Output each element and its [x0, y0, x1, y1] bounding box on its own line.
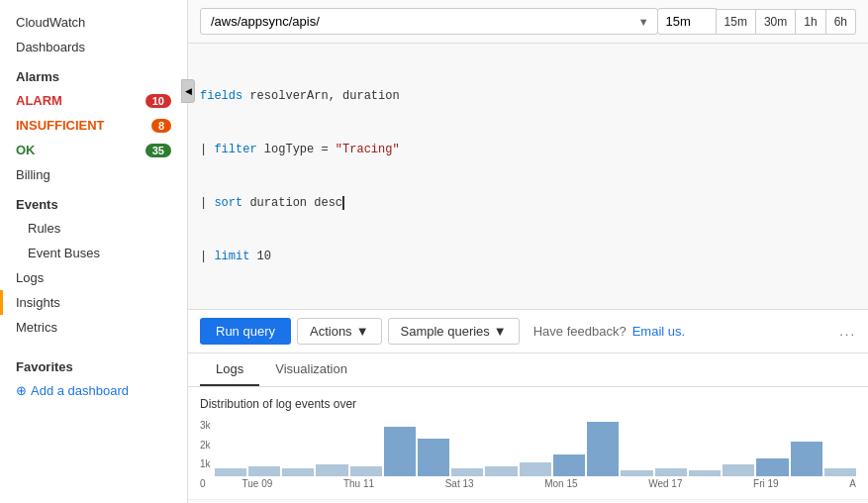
- bar-13: [621, 470, 652, 476]
- alarm-insufficient-label: INSUFFICIENT: [16, 118, 105, 133]
- cursor: [342, 196, 344, 210]
- time-6h-button[interactable]: 6h: [826, 9, 856, 35]
- time-30m-button[interactable]: 30m: [756, 9, 796, 35]
- bar-12: [587, 422, 619, 476]
- tab-visualization[interactable]: Visualization: [259, 353, 363, 386]
- dropdown-arrow-icon: ▼: [638, 16, 649, 28]
- time-range-select[interactable]: 15m 30m 1h 6h: [657, 8, 717, 35]
- chart-section: Distribution of log events over 3k 2k 1k…: [188, 387, 868, 500]
- alarm-ok-label: OK: [16, 143, 36, 157]
- bar-3: [282, 468, 314, 476]
- metrics-label: Metrics: [16, 320, 57, 335]
- bar-15: [689, 470, 721, 476]
- sidebar-item-ok[interactable]: OK 35: [0, 138, 187, 162]
- query-line-1: fields resolverArn, duration: [200, 87, 856, 105]
- chart-bars: [215, 417, 856, 476]
- query-line-2: | filter logType = "Tracing": [200, 141, 856, 158]
- alarm-ok-badge: 35: [145, 144, 171, 157]
- sidebar-item-metrics[interactable]: Metrics: [0, 315, 187, 340]
- plus-icon: ⊕: [16, 383, 27, 398]
- sidebar-item-billing[interactable]: Billing: [0, 162, 187, 187]
- bar-5: [350, 466, 382, 476]
- more-options-icon[interactable]: ...: [839, 324, 856, 339]
- time-1h-button[interactable]: 1h: [796, 9, 825, 35]
- log-group-input[interactable]: [200, 8, 658, 35]
- query-line-4: | limit 10: [200, 248, 856, 265]
- bar-16: [723, 464, 754, 476]
- tab-logs[interactable]: Logs: [200, 353, 259, 386]
- sidebar-item-alarm[interactable]: ALARM 10: [0, 88, 187, 113]
- main-content: ▼ 15m 30m 1h 6h 15m 30m 1h 6h fields res…: [188, 0, 868, 503]
- sample-queries-button[interactable]: Sample queries ▼: [388, 318, 520, 345]
- chart-x-axis: Tue 09 Thu 11 Sat 13 Mon 15 Wed 17 Fri 1…: [215, 478, 856, 489]
- sidebar-item-insufficient[interactable]: INSUFFICIENT 8: [0, 113, 187, 138]
- toolbar: Run query Actions ▼ Sample queries ▼ Hav…: [188, 310, 868, 353]
- content-area: Distribution of log events over 3k 2k 1k…: [188, 387, 868, 503]
- alarms-section: Alarms: [0, 59, 187, 88]
- query-line-3: | sort duration desc: [200, 194, 856, 212]
- dashboards-label: Dashboards: [16, 40, 85, 54]
- run-query-button[interactable]: Run query: [200, 318, 291, 345]
- header-bar: ▼ 15m 30m 1h 6h 15m 30m 1h 6h: [188, 0, 868, 44]
- favorites-section: Favorites ⊕ Add a dashboard: [0, 350, 187, 403]
- bar-7: [418, 439, 449, 476]
- insights-label: Insights: [16, 295, 60, 310]
- bar-14: [655, 468, 687, 476]
- alarm-insufficient-badge: 8: [151, 119, 171, 133]
- bar-19: [824, 468, 856, 476]
- sidebar-item-event-buses[interactable]: Event Buses: [0, 241, 187, 265]
- email-link[interactable]: Email us.: [632, 324, 685, 339]
- bar-8: [451, 468, 483, 476]
- bar-10: [520, 462, 551, 476]
- bar-1: [215, 468, 246, 476]
- bar-17: [756, 458, 788, 476]
- sidebar: CloudWatch Dashboards Alarms ALARM 10 IN…: [0, 0, 188, 503]
- rules-label: Rules: [28, 221, 60, 236]
- events-section: Events: [0, 187, 187, 216]
- bar-6: [384, 427, 416, 476]
- bar-9: [485, 466, 517, 476]
- tabs-bar: Logs Visualization: [188, 353, 868, 387]
- time-15m-button[interactable]: 15m: [717, 9, 756, 35]
- bar-18: [791, 442, 822, 476]
- sidebar-item-logs[interactable]: Logs: [0, 265, 187, 290]
- time-range-group: 15m 30m 1h 6h 15m 30m 1h 6h: [657, 8, 856, 35]
- sidebar-item-cloudwatch[interactable]: CloudWatch: [0, 10, 187, 35]
- chevron-down-icon-2: ▼: [494, 324, 507, 339]
- bar-4: [316, 464, 347, 476]
- add-dashboard-label: Add a dashboard: [31, 383, 129, 398]
- chart-title: Distribution of log events over: [200, 397, 856, 411]
- sidebar-item-dashboards[interactable]: Dashboards: [0, 35, 187, 59]
- feedback-text: Have feedback?: [533, 324, 627, 339]
- query-editor[interactable]: fields resolverArn, duration | filter lo…: [188, 44, 868, 310]
- chevron-down-icon: ▼: [356, 324, 369, 339]
- alarm-alarm-badge: 10: [145, 94, 171, 108]
- add-dashboard-button[interactable]: ⊕ Add a dashboard: [0, 378, 187, 403]
- favorites-header: Favorites: [0, 350, 187, 378]
- bar-2: [248, 466, 280, 476]
- actions-label: Actions: [310, 324, 352, 339]
- sample-queries-label: Sample queries: [401, 324, 490, 339]
- event-buses-label: Event Buses: [28, 246, 100, 260]
- chart-bars-container: Tue 09 Thu 11 Sat 13 Mon 15 Wed 17 Fri 1…: [215, 417, 856, 489]
- sidebar-collapse-button[interactable]: ◀: [181, 79, 195, 103]
- sidebar-item-rules[interactable]: Rules: [0, 216, 187, 241]
- bar-11: [553, 454, 585, 476]
- sidebar-item-insights[interactable]: Insights: [0, 290, 187, 315]
- billing-label: Billing: [16, 167, 50, 182]
- chevron-left-icon: ◀: [185, 86, 192, 96]
- chart-y-axis: 3k 2k 1k 0: [200, 420, 211, 489]
- chart-wrapper: 3k 2k 1k 0: [200, 417, 856, 489]
- actions-button[interactable]: Actions ▼: [297, 318, 382, 345]
- cloudwatch-label: CloudWatch: [16, 15, 85, 30]
- alarm-alarm-label: ALARM: [16, 93, 62, 108]
- logs-label: Logs: [16, 270, 44, 285]
